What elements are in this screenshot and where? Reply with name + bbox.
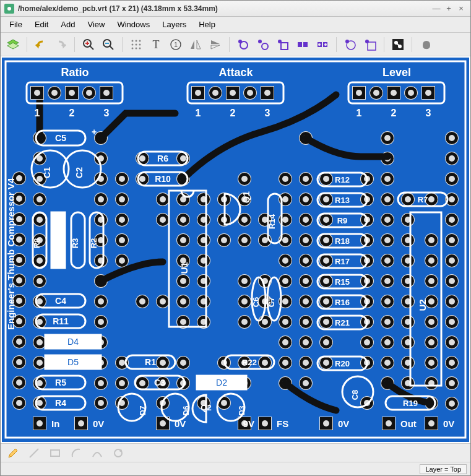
toolbar-separator <box>27 37 27 52</box>
toolbar-separator <box>412 37 412 52</box>
svg-text:0V: 0V <box>443 418 454 429</box>
pad-view-icon[interactable] <box>389 36 407 53</box>
svg-text:C4: C4 <box>55 296 66 306</box>
svg-text:U2: U2 <box>417 299 428 311</box>
canvas[interactable]: Ratio 1 2 3 Attack 1 2 3 Level <box>1 56 470 443</box>
grid-button[interactable] <box>127 36 145 53</box>
toolbar-separator <box>229 37 230 52</box>
svg-text:R21: R21 <box>335 318 350 327</box>
menu-edit[interactable]: Edit <box>28 17 54 32</box>
curve-tool[interactable] <box>89 444 106 462</box>
menu-add[interactable]: Add <box>54 17 81 32</box>
menu-view[interactable]: View <box>82 17 111 32</box>
close-button[interactable]: × <box>456 3 467 14</box>
mirror-h-button[interactable] <box>187 36 204 53</box>
pad-circle-offset-icon[interactable] <box>254 36 272 53</box>
minimize-button[interactable]: — <box>431 3 442 14</box>
svg-text:C5: C5 <box>55 133 66 143</box>
svg-point-11 <box>136 47 137 49</box>
svg-text:1: 1 <box>356 108 362 118</box>
svg-text:R2: R2 <box>89 238 98 249</box>
svg-rect-22 <box>298 42 302 47</box>
pad-circle-2-icon[interactable] <box>342 36 359 53</box>
svg-text:C8: C8 <box>350 390 360 400</box>
svg-text:In: In <box>51 418 59 429</box>
shape-toolbar <box>1 443 470 462</box>
mirror-v-button[interactable] <box>207 36 224 53</box>
svg-text:R17: R17 <box>335 257 350 266</box>
svg-point-1 <box>7 7 11 11</box>
pencil-tool[interactable] <box>4 444 22 462</box>
toolbar-separator <box>336 37 337 52</box>
menu-file[interactable]: File <box>3 17 28 32</box>
svg-text:D3: D3 <box>238 405 246 415</box>
new-layer-button[interactable] <box>4 36 22 53</box>
titlebar: /home/alex/demo_pcb.vrt (17 x 21) (43.18… <box>1 1 470 17</box>
line-tool[interactable] <box>25 444 43 462</box>
svg-text:R12: R12 <box>335 175 350 184</box>
svg-text:R4: R4 <box>55 398 66 408</box>
app-window: /home/alex/demo_pcb.vrt (17 x 21) (43.18… <box>0 0 471 476</box>
pad-rect-v-icon[interactable] <box>314 36 331 53</box>
toolbar-separator <box>384 37 384 52</box>
svg-text:R14: R14 <box>267 214 277 229</box>
svg-text:FS: FS <box>277 418 288 429</box>
toolbar-separator <box>122 37 123 52</box>
svg-text:2: 2 <box>69 108 75 118</box>
svg-point-147 <box>119 449 122 452</box>
menu-help[interactable]: Help <box>192 17 222 32</box>
rect-tool[interactable] <box>46 444 64 462</box>
pot-attack: Attack 1 2 3 <box>188 66 283 118</box>
svg-text:R20: R20 <box>335 359 350 368</box>
arc-tool[interactable] <box>67 444 85 462</box>
svg-point-5 <box>136 40 137 41</box>
menu-windows[interactable]: Windows <box>111 17 156 32</box>
svg-text:R13: R13 <box>335 196 350 205</box>
svg-text:3: 3 <box>265 108 270 118</box>
svg-text:1: 1 <box>196 108 201 118</box>
svg-text:C7: C7 <box>267 297 276 308</box>
window-title: /home/alex/demo_pcb.vrt (17 x 21) (43.18… <box>18 4 430 13</box>
svg-point-17 <box>240 41 248 49</box>
pad-circle-icon[interactable] <box>235 36 252 53</box>
pad-blob-icon[interactable] <box>417 36 434 53</box>
svg-text:+: + <box>92 127 97 137</box>
svg-text:Ratio: Ratio <box>61 66 89 79</box>
svg-text:Attack: Attack <box>218 66 253 79</box>
svg-point-12 <box>139 47 141 49</box>
svg-text:R10: R10 <box>155 174 171 184</box>
svg-text:2: 2 <box>391 108 397 118</box>
close-loop-tool[interactable] <box>110 444 127 462</box>
svg-point-29 <box>347 41 355 50</box>
svg-point-27 <box>324 43 327 46</box>
pcb-board[interactable]: Ratio 1 2 3 Attack 1 2 3 Level <box>2 58 469 442</box>
svg-text:R8: R8 <box>32 238 41 249</box>
svg-text:0V: 0V <box>338 418 349 429</box>
svg-point-26 <box>318 43 321 46</box>
maximize-button[interactable]: + <box>443 3 454 14</box>
pad-square-icon[interactable] <box>274 36 292 53</box>
svg-text:C2: C2 <box>74 167 84 178</box>
svg-text:Level: Level <box>382 66 411 79</box>
pad-square-2-icon[interactable] <box>361 36 379 53</box>
svg-text:Q2: Q2 <box>201 403 211 412</box>
redo-button[interactable] <box>52 36 69 53</box>
svg-text:3: 3 <box>426 108 431 118</box>
zoom-in-button[interactable] <box>80 36 97 53</box>
svg-text:0V: 0V <box>93 418 104 429</box>
circle-one-button[interactable]: 1 <box>167 36 184 53</box>
pot-level: Level 1 2 3 <box>348 66 444 118</box>
zoom-out-button[interactable] <box>100 36 117 53</box>
svg-rect-145 <box>51 450 59 456</box>
svg-point-8 <box>136 43 137 45</box>
svg-point-30 <box>365 40 369 43</box>
app-icon <box>4 4 14 14</box>
statusbar: Layer = Top <box>1 462 470 475</box>
undo-button[interactable] <box>32 36 50 53</box>
menu-layers[interactable]: Layers <box>156 17 192 32</box>
svg-text:1: 1 <box>35 108 40 118</box>
svg-text:C1: C1 <box>42 167 52 178</box>
status-layer: Layer = Top <box>420 464 467 474</box>
pad-rect-h-icon[interactable] <box>294 36 311 53</box>
text-button[interactable]: T <box>147 36 165 53</box>
